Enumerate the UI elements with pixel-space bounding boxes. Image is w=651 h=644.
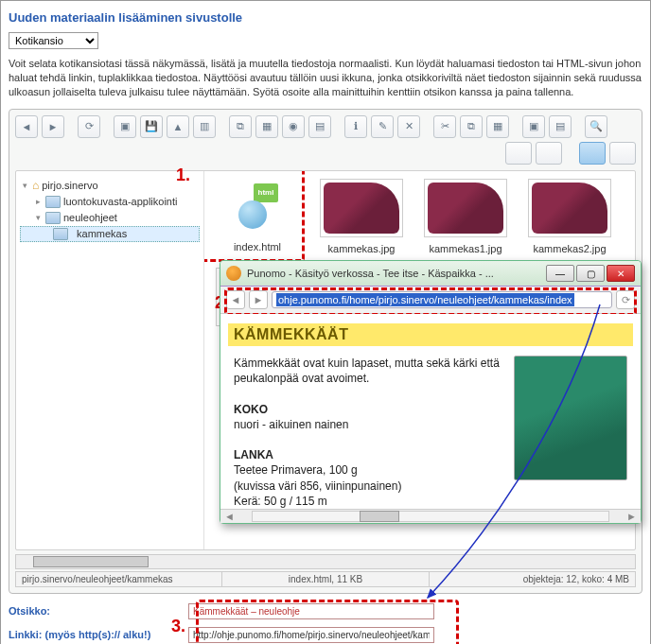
- folder-select[interactable]: Kotikansio: [9, 32, 98, 49]
- file-name: kammekas.jpg: [316, 243, 407, 254]
- content-subhead: KOKO: [234, 403, 268, 416]
- folder-tree: ▾⌂pirjo.sinervo ▸luontokuvasta-applikoin…: [16, 171, 204, 549]
- content-line: Kerä: 50 g / 115 m: [234, 494, 502, 509]
- status-summary: objekteja: 12, koko: 4 MB: [430, 572, 635, 586]
- content-image: [514, 356, 627, 480]
- browser-scrollbar[interactable]: ◄►: [220, 509, 641, 523]
- copy-button[interactable]: ⧉: [229, 115, 252, 138]
- maximize-button[interactable]: ▢: [576, 265, 605, 282]
- file-item[interactable]: kammekas.jpg: [316, 179, 407, 254]
- open-button[interactable]: ▣: [114, 115, 136, 138]
- save-button[interactable]: 💾: [140, 115, 163, 138]
- page-content: KÄMMEKKÄÄT Kämmekkäät ovat kuin lapaset,…: [220, 314, 641, 509]
- folder-icon: [45, 196, 61, 208]
- reload-button[interactable]: ⟳: [616, 290, 635, 309]
- tree-item[interactable]: ▾neuleohjeet: [20, 210, 200, 226]
- up-button[interactable]: ▲: [167, 115, 189, 138]
- info-button[interactable]: ℹ: [344, 115, 367, 138]
- folder-button[interactable]: ▥: [193, 115, 216, 138]
- html-file-icon: html: [231, 183, 284, 231]
- copy2-button[interactable]: ⧉: [460, 115, 483, 138]
- tree-item-selected[interactable]: kammekas: [20, 226, 200, 242]
- view-thumb-button[interactable]: [579, 142, 606, 165]
- content-subhead: LANKA: [234, 448, 273, 461]
- file-name: kammekas1.jpg: [420, 243, 511, 254]
- link-label: Linkki: (myös http(s):// alku!): [9, 629, 188, 640]
- title-input[interactable]: [188, 603, 434, 619]
- nav-fwd-button[interactable]: ►: [249, 290, 268, 309]
- tree-item[interactable]: ▸luontokuvasta-applikointi: [20, 194, 200, 210]
- paste2-button[interactable]: ▦: [486, 115, 509, 138]
- file-item[interactable]: kammekas1.jpg: [420, 179, 511, 254]
- content-line: nuori - aikuinen nainen: [234, 417, 502, 432]
- link-input[interactable]: [188, 627, 434, 643]
- intro-text: Voit selata kotikansiotasi tässä näkymäs…: [9, 57, 642, 99]
- forward-button[interactable]: ►: [42, 115, 64, 138]
- close-button[interactable]: ✕: [607, 265, 635, 282]
- folder-icon: [45, 212, 61, 224]
- view-grid-button[interactable]: [609, 142, 636, 165]
- delete-button[interactable]: ✕: [397, 115, 420, 138]
- rename-button[interactable]: ✎: [371, 115, 394, 138]
- cut-button[interactable]: ✂: [433, 115, 456, 138]
- window-title: Punomo - Käsityö verkossa - Tee itse - K…: [247, 268, 546, 279]
- page-title: Uuden materiaalin lisääminen sivustolle: [9, 10, 642, 25]
- horizontal-scrollbar[interactable]: [15, 554, 636, 569]
- edit-button[interactable]: ▤: [308, 115, 331, 138]
- file-name: kammekas2.jpg: [524, 243, 615, 254]
- status-bar: pirjo.sinervo/neuleohjeet/kammekas index…: [15, 571, 636, 587]
- address-bar[interactable]: ohje.punomo.fi/home/pirjo.sinervo/neuleo…: [272, 291, 612, 308]
- content-paragraph: Kämmekkäät ovat kuin lapaset, mutta sekä…: [234, 356, 502, 386]
- minimize-button[interactable]: —: [546, 265, 574, 282]
- browser-window: Punomo - Käsityö verkossa - Tee itse - K…: [220, 260, 642, 524]
- title-label: Otsikko:: [9, 605, 188, 617]
- content-line: Teetee Primavera, 100 g: [234, 462, 502, 478]
- reload-button[interactable]: ⟳: [78, 115, 100, 138]
- toolbar: ◄ ► ⟳ ▣ 💾 ▲ ▥ ⧉ ▦ ◉ ▤ ℹ ✎ ✕ ✂ ⧉ ▦ ▣ ▤: [15, 115, 636, 138]
- content-line: (kuvissa väri 856, viininpunainen): [234, 479, 502, 494]
- image-thumb: [324, 183, 399, 234]
- firefox-icon: [226, 266, 241, 281]
- tree-root[interactable]: ▾⌂pirjo.sinervo: [20, 177, 200, 194]
- unzip-button[interactable]: ▤: [549, 115, 572, 138]
- paste-button[interactable]: ▦: [255, 115, 278, 138]
- view-list-button[interactable]: [505, 142, 532, 165]
- image-thumb: [428, 183, 503, 234]
- view-detail-button[interactable]: [536, 142, 562, 165]
- search-button[interactable]: 🔍: [585, 115, 607, 138]
- content-heading: KÄMMEKKÄÄT: [234, 326, 348, 342]
- back-button[interactable]: ◄: [15, 115, 38, 138]
- file-name: index.html: [212, 241, 303, 252]
- zip-button[interactable]: ▣: [522, 115, 545, 138]
- nav-back-button[interactable]: ◄: [226, 290, 245, 309]
- view-button[interactable]: ◉: [282, 115, 305, 138]
- image-thumb: [532, 183, 607, 234]
- status-file: index.html, 11 KB: [222, 572, 429, 586]
- file-item[interactable]: kammekas2.jpg: [524, 179, 615, 254]
- file-item-index[interactable]: html index.html: [212, 179, 303, 254]
- status-path: pirjo.sinervo/neuleohjeet/kammekas: [16, 572, 222, 586]
- folder-icon: [53, 228, 68, 240]
- home-icon: ⌂: [32, 179, 39, 192]
